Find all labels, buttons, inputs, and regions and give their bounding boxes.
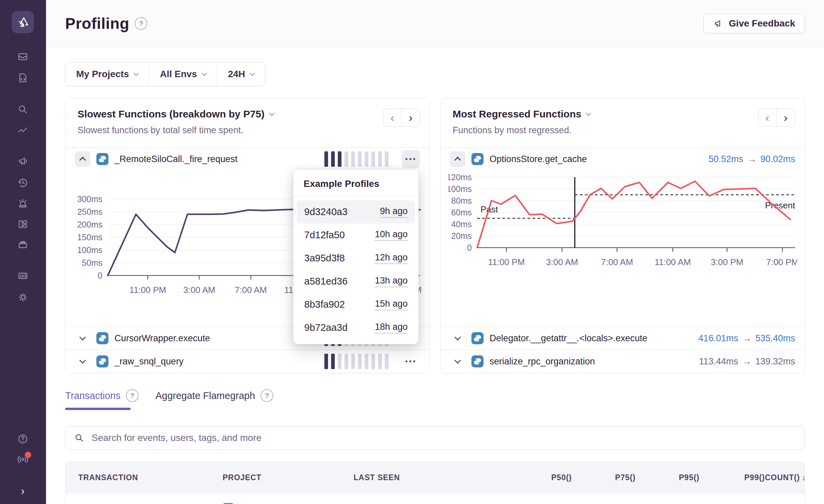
sidebar-expand-button[interactable]: ›	[17, 485, 29, 496]
tab-help-icon[interactable]: ?	[261, 389, 273, 402]
after-duration-link[interactable]: 535.40ms	[755, 333, 795, 343]
profile-id-link[interactable]: 7d12fa50	[304, 230, 345, 241]
profile-id-link[interactable]: 3a95d3f8	[304, 253, 345, 264]
page-help-icon[interactable]: ?	[135, 17, 147, 30]
environment-filter[interactable]: All Envs	[149, 62, 217, 86]
profile-id-link[interactable]: 8b3fa902	[304, 299, 345, 310]
profile-row[interactable]: 7d12fa5010h ago	[297, 223, 415, 247]
profile-id-link[interactable]: 9b72aa3d	[304, 322, 348, 333]
profile-age-link[interactable]: 9h ago	[380, 206, 408, 218]
collapse-button[interactable]	[75, 151, 90, 167]
tab-transactions[interactable]: Transactions ?	[65, 389, 139, 408]
profile-age-link[interactable]: 10h ago	[375, 229, 408, 241]
function-name[interactable]: _raw_snql_query	[115, 356, 184, 367]
expand-button[interactable]	[450, 354, 465, 369]
profile-row[interactable]: a581ed3613h ago	[297, 270, 415, 293]
tab-aggregate-flamegraph[interactable]: Aggregate Flamegraph ?	[155, 389, 273, 408]
svg-text:3:00 AM: 3:00 AM	[546, 257, 578, 267]
most-regressed-chart: 020ms40ms60ms80ms100ms120ms11:00 PM3:00 …	[449, 170, 797, 283]
column-header[interactable]: LAST SEEN	[354, 473, 508, 482]
tab-help-icon[interactable]: ?	[126, 389, 139, 402]
profile-row[interactable]: 9b72aa3d18h ago	[297, 316, 415, 339]
profile-id-link[interactable]: a581ed36	[304, 276, 348, 287]
svg-text:200ms: 200ms	[77, 220, 102, 229]
column-header[interactable]: P99()	[699, 473, 765, 482]
python-icon	[96, 153, 108, 165]
function-name[interactable]: CursorWrapper.execute	[115, 333, 210, 344]
more-options-button[interactable]: •••	[402, 150, 420, 168]
search-icon	[17, 104, 29, 115]
time-range-filter[interactable]: 24H	[217, 62, 265, 86]
function-row[interactable]: _raw_snql_query •••	[65, 350, 429, 373]
column-header[interactable]: PROJECT	[223, 473, 354, 482]
svg-text:100ms: 100ms	[77, 245, 102, 255]
after-duration-link[interactable]: 90.02ms	[760, 154, 795, 164]
column-header[interactable]: P50()	[508, 473, 572, 482]
expand-button[interactable]	[450, 331, 465, 346]
more-options-button[interactable]: •••	[402, 352, 420, 370]
sidebar-item-alerts[interactable]	[17, 198, 29, 209]
function-row[interactable]: Delegator.__getattr__.<locals>.execute 4…	[441, 326, 805, 350]
profile-age-link[interactable]: 12h ago	[375, 252, 408, 264]
column-header[interactable]: COUNT()↓	[765, 473, 805, 482]
column-header[interactable]: P75()	[572, 473, 636, 482]
profile-id-link[interactable]: 9d3240a3	[304, 206, 348, 217]
table-row[interactable]: app.ready._checkseerApr 1, 2025 9:28:38 …	[65, 493, 805, 504]
sentry-logo[interactable]	[12, 11, 34, 33]
svg-text:7:00 AM: 7:00 AM	[601, 257, 633, 267]
spark-bar	[365, 354, 368, 369]
column-header[interactable]: TRANSACTION	[78, 473, 223, 482]
before-duration-link[interactable]: 416.01ms	[698, 333, 738, 343]
sidebar-item-dashboards[interactable]	[17, 218, 29, 230]
page-title: Profiling	[65, 14, 129, 33]
search-bar[interactable]	[65, 426, 805, 450]
function-name[interactable]: OptionsStore.get_cache	[490, 154, 587, 164]
sidebar-item-whats-new[interactable]	[17, 454, 29, 465]
expand-button[interactable]	[75, 354, 90, 369]
sidebar-item-replays[interactable]	[17, 177, 29, 189]
function-row[interactable]: serialize_rpc_organization 113.44ms→139.…	[441, 350, 805, 373]
pager-next-button[interactable]: ›	[401, 108, 420, 127]
svg-text:250ms: 250ms	[77, 207, 102, 216]
svg-text:0: 0	[98, 271, 102, 280]
panel-title-dropdown[interactable]: Most Regressed Functions	[453, 108, 792, 120]
panel-title-dropdown[interactable]: Slowest Functions (breakdown by P75)	[78, 108, 417, 120]
function-row-expanded[interactable]: OptionsStore.get_cache 50.52ms→90.02ms	[441, 148, 805, 170]
expand-button[interactable]	[75, 331, 90, 346]
sidebar-item-stats[interactable]	[17, 270, 29, 282]
column-header[interactable]: P95()	[636, 473, 699, 482]
project-filter[interactable]: My Projects	[65, 62, 149, 86]
before-duration-link[interactable]: 50.52ms	[708, 154, 743, 164]
sidebar-item-explore[interactable]	[17, 104, 29, 115]
search-input[interactable]	[91, 432, 796, 444]
profile-age-link[interactable]: 18h ago	[375, 322, 408, 334]
sidebar-item-feedback[interactable]	[17, 155, 29, 167]
arrow-right-icon: →	[743, 154, 760, 164]
pager-prev-button[interactable]: ‹	[758, 108, 777, 127]
panel-title: Slowest Functions (breakdown by P75)	[78, 108, 265, 120]
chevron-down-icon	[134, 70, 139, 76]
svg-text:3:00 PM: 3:00 PM	[711, 257, 743, 267]
sidebar-item-releases[interactable]	[17, 239, 29, 250]
function-name[interactable]: _RemoteSiloCall._fire_request	[115, 154, 237, 164]
profile-row[interactable]: 9d3240a39h ago	[297, 200, 415, 223]
sidebar-item-projects[interactable]	[17, 72, 29, 84]
function-name[interactable]: serialize_rpc_organization	[490, 356, 595, 367]
pager-prev-button[interactable]: ‹	[383, 108, 402, 127]
collapse-button[interactable]	[450, 151, 465, 167]
sidebar-item-issues[interactable]	[17, 51, 29, 62]
pager-next-button[interactable]: ›	[776, 108, 795, 127]
profile-age-link[interactable]: 13h ago	[375, 275, 408, 287]
profile-row[interactable]: 8b3fa90215h ago	[297, 293, 415, 316]
sidebar-item-help[interactable]	[17, 433, 29, 445]
chevron-right-icon: ›	[21, 485, 25, 496]
sidebar-item-settings[interactable]	[17, 292, 29, 303]
profile-age-link[interactable]: 15h ago	[375, 299, 408, 310]
function-name[interactable]: Delegator.__getattr__.<locals>.execute	[490, 333, 647, 344]
megaphone-icon	[713, 18, 723, 29]
give-feedback-button[interactable]: Give Feedback	[703, 14, 805, 33]
sidebar-item-traces[interactable]	[17, 125, 29, 137]
function-row-expanded[interactable]: _RemoteSiloCall._fire_request •••	[65, 148, 429, 170]
popup-title: Example Profiles	[293, 170, 418, 196]
profile-row[interactable]: 3a95d3f812h ago	[297, 247, 415, 270]
